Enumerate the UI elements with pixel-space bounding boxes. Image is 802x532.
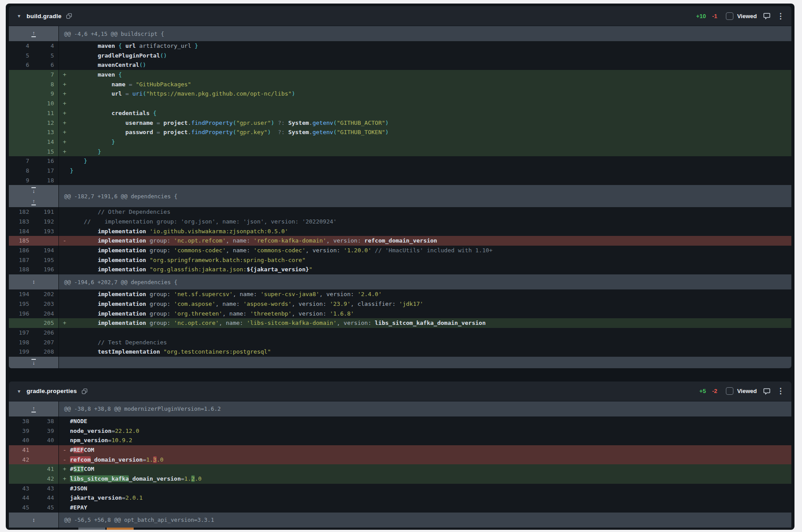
line-number-old[interactable] [9,118,34,128]
line-number-new[interactable]: 193 [34,227,58,236]
line-number-new[interactable]: 202 [34,289,58,299]
line-number-new[interactable]: 196 [34,265,58,274]
line-number-old[interactable] [9,474,34,484]
line-number-new[interactable]: 208 [34,347,58,357]
line-number-old[interactable]: 8 [9,166,34,176]
line-number-new[interactable]: 12 [34,118,58,128]
line-number-new[interactable] [34,445,58,455]
line-number-new[interactable]: 42 [34,474,58,484]
line-number-old[interactable]: 199 [9,347,34,357]
line-number-new[interactable]: 16 [34,156,58,166]
line-number-new[interactable]: 14 [34,137,58,147]
viewed-checkbox[interactable] [726,387,733,395]
line-number-new[interactable]: 6 [34,60,58,70]
expand-down-button[interactable]: ↓ [9,185,58,196]
line-number-old[interactable] [9,137,34,147]
line-number-old[interactable]: 185 [9,236,34,246]
viewed-checkbox[interactable] [726,12,733,20]
line-number-new[interactable]: 206 [34,328,58,338]
line-number-new[interactable]: 45 [34,503,58,513]
line-number-old[interactable]: 41 [9,445,34,455]
line-number-old[interactable] [9,464,34,474]
line-number-new[interactable]: 5 [34,51,58,61]
line-number-new[interactable]: 205 [34,318,58,328]
viewed-toggle[interactable]: Viewed [726,12,757,20]
kebab-menu-button[interactable]: ⋮ [777,386,784,396]
line-number-old[interactable]: 188 [9,265,34,274]
line-number-new[interactable]: 7 [34,70,58,80]
copy-file-path-button[interactable] [81,388,88,394]
code-line: mavenCentral() [70,60,791,70]
line-number-old[interactable] [9,147,34,157]
line-number-new[interactable]: 44 [34,493,58,503]
line-number-old[interactable]: 40 [9,436,34,445]
line-number-new[interactable]: 4 [34,41,58,51]
line-number-old[interactable]: 6 [9,60,34,70]
expand-up-button[interactable]: ↑ [9,196,58,207]
line-number-old[interactable]: 187 [9,255,34,265]
line-number-new[interactable]: 18 [34,176,58,185]
line-number-old[interactable] [9,70,34,80]
line-number-old[interactable]: 196 [9,309,34,319]
chevron-down-icon[interactable]: ▾ [16,13,22,19]
line-number-new[interactable]: 39 [34,426,58,436]
line-number-new[interactable]: 41 [34,464,58,474]
line-number-old[interactable]: 39 [9,426,34,436]
line-number-old[interactable]: 182 [9,207,34,217]
copy-file-path-button[interactable] [66,13,72,19]
line-number-new[interactable]: 11 [34,108,58,118]
line-number-old[interactable]: 38 [9,416,34,426]
line-number-new[interactable]: 203 [34,299,58,309]
line-number-new[interactable] [34,236,58,246]
line-number-new[interactable]: 192 [34,217,58,227]
line-number-old[interactable]: 197 [9,328,34,338]
line-number-new[interactable]: 38 [34,416,58,426]
expand-up-button[interactable]: ↑ [9,401,58,416]
line-number-new[interactable]: 191 [34,207,58,217]
line-number-new[interactable]: 8 [34,80,58,89]
line-number-old[interactable] [9,80,34,89]
line-number-new[interactable]: 194 [34,246,58,255]
expand-up-button[interactable]: ↑ [9,26,58,41]
line-number-old[interactable]: 183 [9,217,34,227]
line-number-new[interactable]: 9 [34,89,58,99]
line-number-old[interactable] [9,127,34,137]
line-number-old[interactable]: 7 [9,156,34,166]
line-number-new[interactable]: 17 [34,166,58,176]
line-number-new[interactable]: 43 [34,484,58,493]
line-number-old[interactable]: 195 [9,299,34,309]
line-number-new[interactable]: 13 [34,127,58,137]
line-number-new[interactable]: 195 [34,255,58,265]
viewed-toggle[interactable]: Viewed [726,387,757,395]
line-number-new[interactable] [34,455,58,465]
expand-all-button[interactable]: ↕ [9,274,58,289]
line-number-old[interactable]: 44 [9,493,34,503]
line-number-old[interactable]: 184 [9,227,34,236]
line-number-new[interactable]: 10 [34,99,58,108]
line-number-old[interactable]: 9 [9,176,34,185]
file-name[interactable]: gradle.properties [27,388,77,394]
line-number-old[interactable] [9,318,34,328]
line-number-old[interactable]: 4 [9,41,34,51]
line-number-new[interactable]: 15 [34,147,58,157]
chevron-down-icon[interactable]: ▾ [16,388,22,394]
comment-button[interactable] [763,388,771,395]
line-number-old[interactable]: 194 [9,289,34,299]
file-name[interactable]: build.gradle [27,13,62,19]
kebab-menu-button[interactable]: ⋮ [777,12,784,21]
line-number-old[interactable]: 186 [9,246,34,255]
line-number-old[interactable] [9,108,34,118]
line-number-old[interactable]: 43 [9,484,34,493]
line-number-new[interactable]: 207 [34,338,58,347]
line-number-old[interactable] [9,99,34,108]
line-number-old[interactable]: 42 [9,455,34,465]
line-number-old[interactable]: 45 [9,503,34,513]
expand-down-button[interactable]: ↓ [9,357,58,368]
line-number-old[interactable] [9,89,34,99]
line-number-old[interactable]: 5 [9,51,34,61]
comment-button[interactable] [763,12,771,19]
line-number-new[interactable]: 204 [34,309,58,319]
line-number-new[interactable]: 40 [34,436,58,445]
expand-all-button[interactable]: ↕ [9,513,58,528]
line-number-old[interactable]: 198 [9,338,34,347]
